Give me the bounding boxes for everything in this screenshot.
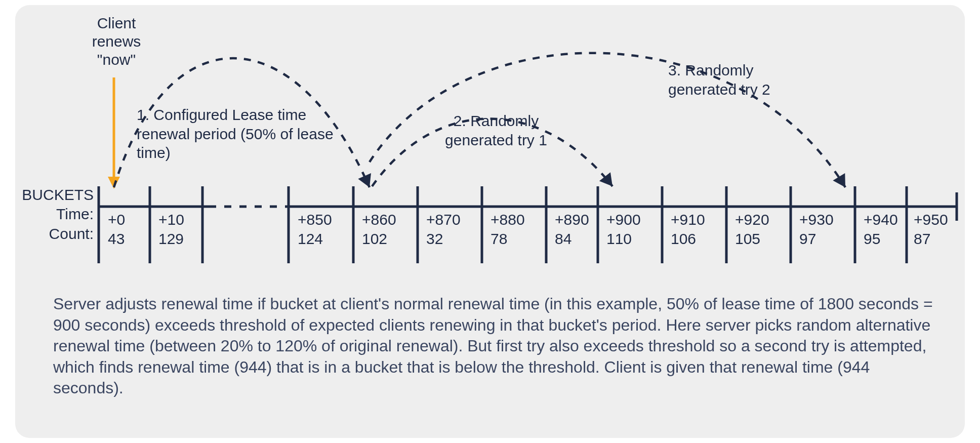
annotation-3-label: 3. Randomly generated try 2 xyxy=(668,61,825,99)
bucket-count: 32 xyxy=(426,229,492,249)
svg-marker-19 xyxy=(108,177,120,189)
bucket-time: +920 xyxy=(735,210,801,229)
bucket-time: +930 xyxy=(799,210,865,229)
bucket-time: +10 xyxy=(158,210,224,229)
bucket-count: 97 xyxy=(799,229,865,249)
svg-marker-21 xyxy=(599,172,612,186)
client-renews-now-label: Clientrenews"now" xyxy=(66,14,167,69)
bucket-cell: +900110 xyxy=(606,210,672,249)
bucket-cell: +93097 xyxy=(799,210,865,249)
annotation-2-label: 2. Randomly generated try 1 xyxy=(425,111,567,149)
bucket-time: +910 xyxy=(671,210,737,229)
bucket-count: 102 xyxy=(362,229,428,249)
bucket-cell: +10129 xyxy=(158,210,224,249)
bucket-time: +850 xyxy=(298,210,363,229)
buckets-label: BUCKETS xyxy=(22,186,94,203)
bucket-time: +880 xyxy=(491,210,556,229)
bucket-count: 124 xyxy=(298,229,363,249)
time-label: Time: xyxy=(56,206,94,222)
bucket-count: 129 xyxy=(158,229,224,249)
diagram-panel: Clientrenews"now" 1. Configured Lease ti… xyxy=(15,5,965,438)
annotation-1-label: 1. Configured Lease time renewal period … xyxy=(137,105,339,163)
bucket-count: 105 xyxy=(735,229,801,249)
bucket-count: 87 xyxy=(914,229,979,249)
bucket-cell: +920105 xyxy=(735,210,801,249)
bucket-cell: +95087 xyxy=(914,210,979,249)
caption-text: Server adjusts renewal time if bucket at… xyxy=(53,294,934,399)
count-label: Count: xyxy=(49,225,94,242)
bucket-time: +900 xyxy=(606,210,672,229)
bucket-cell: +87032 xyxy=(426,210,492,249)
bucket-count: 106 xyxy=(671,229,737,249)
bucket-cell: +88078 xyxy=(491,210,556,249)
axis-row-labels: BUCKETS Time: Count: xyxy=(15,185,94,244)
bucket-cell: +860102 xyxy=(362,210,428,249)
bucket-cell: +910106 xyxy=(671,210,737,249)
bucket-cell: +850124 xyxy=(298,210,363,249)
bucket-time: +860 xyxy=(362,210,428,229)
svg-marker-20 xyxy=(358,173,371,187)
bucket-count: 110 xyxy=(606,229,672,249)
svg-marker-22 xyxy=(833,173,845,187)
bucket-count: 78 xyxy=(491,229,556,249)
bucket-time: +870 xyxy=(426,210,492,229)
bucket-time: +950 xyxy=(914,210,979,229)
